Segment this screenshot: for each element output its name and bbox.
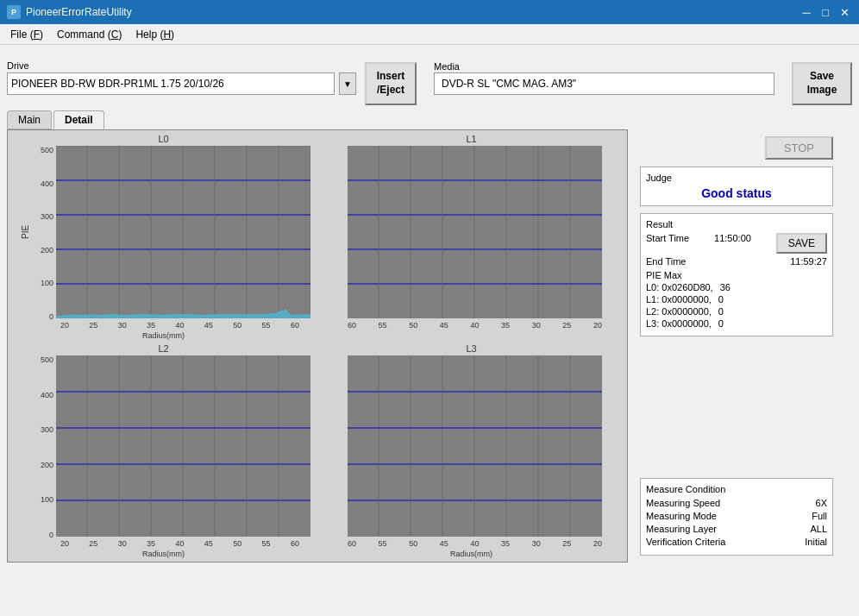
chart-L2-xticks: 202530354045505560 (28, 539, 299, 548)
spacer (640, 343, 833, 471)
pie-max-val-0: 36 (720, 282, 730, 292)
pie-max-key-3: L3: 0x0000000, (646, 318, 712, 329)
measure-label: Measure Condition (646, 484, 827, 494)
chart-area: L0 PIE 500 400 300 200 100 0 (7, 129, 628, 563)
maximize-button[interactable]: □ (818, 4, 833, 20)
window-controls: ─ □ ✕ (799, 4, 852, 20)
top-controls: Drive PIONEER BD-RW BDR-PR1ML 1.75 20/10… (0, 45, 859, 568)
chart-L1: L1 (319, 134, 624, 340)
drive-select[interactable]: PIONEER BD-RW BDR-PR1ML 1.75 20/10/26 (7, 72, 335, 95)
measure-key-2: Measuring Layer (646, 524, 717, 534)
file-menu[interactable]: File (F) (3, 27, 50, 42)
measure-val-2: ALL (810, 524, 827, 534)
pie-max-row-1: L1: 0x0000000, 0 (646, 294, 827, 305)
drive-section: Drive PIONEER BD-RW BDR-PR1ML 1.75 20/10… (7, 60, 356, 95)
pie-max-key-2: L2: 0x0000000, (646, 306, 712, 317)
chart-row-bottom: L2 500 400 300 200 100 0 (11, 343, 624, 558)
pie-max-val-3: 0 (718, 318, 724, 329)
chart-L0-canvas (56, 146, 310, 318)
media-label: Media (434, 61, 460, 72)
pie-max-block: L0: 0x0260D80, 36 L1: 0x0000000, 0 L2: 0… (646, 282, 827, 329)
command-menu[interactable]: Command (C) (50, 27, 129, 42)
chart-L0-ylabel: PIE (19, 146, 29, 318)
chart-L2-xlabel: Radius(mm) (28, 550, 299, 558)
chart-L0-title: L0 (158, 134, 168, 144)
save-button[interactable]: SAVE (776, 233, 827, 254)
app-icon: P (7, 5, 21, 19)
svg-marker-14 (56, 310, 310, 318)
chart-L0-svg (56, 146, 310, 321)
title-bar: P PioneerErrorRateUtility ─ □ ✕ (0, 0, 859, 24)
menu-bar: File (F) Command (C) Help (H) (0, 24, 859, 45)
window-title: PioneerErrorRateUtility (26, 6, 132, 18)
measure-key-1: Measuring Mode (646, 511, 717, 521)
chart-L0: L0 PIE 500 400 300 200 100 0 (11, 134, 316, 340)
result-label: Result (646, 219, 827, 229)
right-panel: STOP Judge Good status Result Start Time… (633, 129, 840, 563)
chart-L3-canvas (348, 355, 602, 537)
chart-L0-xticks: 202530354045505560 (28, 321, 299, 330)
chart-L3-title: L3 (466, 343, 476, 354)
tab-main[interactable]: Main (7, 110, 52, 129)
measure-row-0: Measuring Speed 6X (646, 498, 827, 508)
judge-value: Good status (646, 186, 827, 200)
insert-eject-button[interactable]: Insert/Eject (365, 62, 417, 105)
tab-detail[interactable]: Detail (53, 110, 104, 129)
chart-L3-xticks: 605550454035302520 (341, 539, 602, 548)
tabs: Main Detail (7, 110, 852, 129)
pie-max-row-3: L3: 0x0000000, 0 (646, 318, 827, 329)
start-time-value: 11:50:00 (714, 233, 751, 254)
pie-max-key-0: L0: 0x0260D80, (646, 282, 713, 292)
media-section: Media DVD-R SL "CMC MAG. AM3" (434, 60, 774, 95)
save-image-button[interactable]: SaveImage (792, 62, 852, 105)
measure-key-0: Measuring Speed (646, 498, 720, 508)
chart-L0-xlabel: Radius(mm) (28, 331, 299, 340)
measure-val-0: 6X (816, 498, 827, 508)
result-box: Result Start Time 11:50:00 SAVE End Time… (640, 213, 833, 336)
measure-row-2: Measuring Layer ALL (646, 524, 827, 534)
drive-row: Drive PIONEER BD-RW BDR-PR1ML 1.75 20/10… (7, 50, 852, 105)
chart-L3-svg (348, 355, 602, 539)
measure-row-3: Verification Criteria Initial (646, 537, 827, 547)
close-button[interactable]: ✕ (837, 4, 852, 20)
end-time-row: End Time 11:59:27 (646, 256, 827, 267)
chart-L2: L2 500 400 300 200 100 0 (11, 343, 316, 558)
drive-select-arrow[interactable]: ▼ (339, 72, 356, 95)
drive-select-wrap: PIONEER BD-RW BDR-PR1ML 1.75 20/10/26 ▼ (7, 72, 356, 95)
chart-L2-title: L2 (158, 343, 168, 354)
measure-row-1: Measuring Mode Full (646, 511, 827, 521)
measure-val-1: Full (812, 511, 827, 521)
chart-L2-svg (56, 355, 310, 539)
content-area: L0 PIE 500 400 300 200 100 0 (7, 129, 852, 563)
chart-L3-xlabel: Radius(mm) (341, 550, 602, 558)
judge-box: Judge Good status (640, 167, 833, 206)
chart-row-top: L0 PIE 500 400 300 200 100 0 (11, 134, 624, 340)
stop-wrap: STOP (640, 136, 833, 160)
start-time-row: Start Time 11:50:00 SAVE (646, 233, 827, 254)
chart-L0-yaxis: 500 400 300 200 100 0 (32, 146, 56, 321)
pie-max-row-0: L0: 0x0260D80, 36 (646, 282, 827, 292)
end-time-value: 11:59:27 (790, 256, 827, 267)
pie-max-label: PIE Max (646, 270, 827, 280)
chart-L3: L3 (319, 343, 624, 558)
media-value: DVD-R SL "CMC MAG. AM3" (434, 72, 774, 95)
pie-max-key-1: L1: 0x0000000, (646, 294, 712, 305)
judge-label: Judge (646, 173, 827, 183)
chart-L1-title: L1 (466, 134, 476, 144)
pie-max-val-2: 0 (718, 306, 724, 317)
chart-L2-yaxis: 500 400 300 200 100 0 (32, 355, 56, 539)
drive-label: Drive (7, 60, 356, 71)
chart-L1-svg (348, 146, 602, 321)
chart-L1-yaxis (341, 146, 348, 321)
measure-val-3: Initial (805, 537, 827, 547)
help-menu[interactable]: Help (H) (129, 27, 181, 42)
chart-L1-canvas (348, 146, 602, 318)
end-time-label: End Time (646, 256, 686, 267)
minimize-button[interactable]: ─ (799, 4, 814, 20)
start-time-label: Start Time (646, 233, 689, 254)
chart-L1-xticks: 605550454035302520 (341, 321, 602, 330)
stop-button[interactable]: STOP (765, 136, 833, 160)
pie-max-val-1: 0 (718, 294, 724, 305)
measure-box: Measure Condition Measuring Speed 6X Mea… (640, 478, 833, 556)
measure-key-3: Verification Criteria (646, 537, 725, 547)
